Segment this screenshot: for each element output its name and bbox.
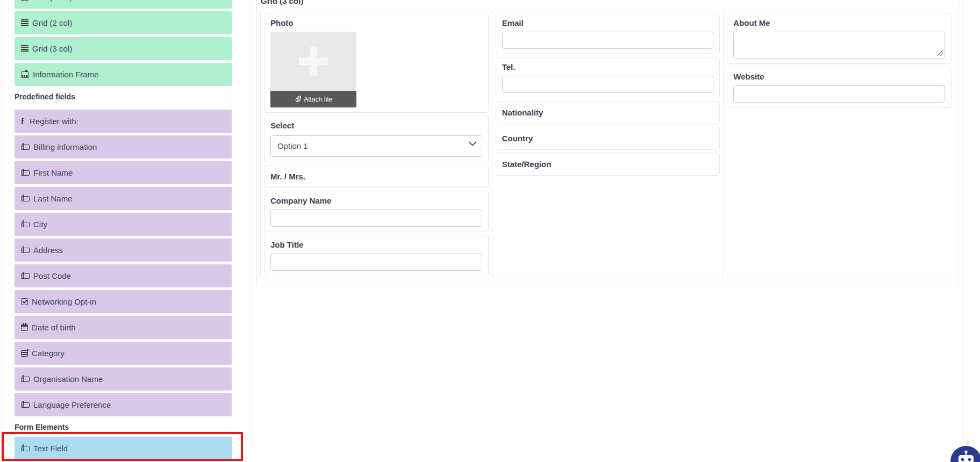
field-label: State/Region — [502, 160, 714, 169]
sidebar-item-label: Post Code — [33, 271, 71, 280]
field-card-website[interactable]: Website — [727, 67, 952, 108]
predefined-fields-header: Predefined fields — [15, 92, 232, 101]
sidebar-item-information-frame[interactable]: Information Frame — [15, 63, 232, 86]
chevron-down-icon — [469, 139, 476, 146]
sidebar-item-label: Grid (1 col) — [32, 0, 72, 2]
sidebar-item-label: Billing information — [33, 142, 97, 151]
sidebar-item-label: Category — [32, 349, 65, 358]
input-icon — [21, 196, 30, 201]
field-palette-sidebar: Grid (1 col) Grid (2 col) Grid (3 col) I… — [10, 0, 232, 462]
form-canvas-panel: Grid (3 col) Photo Attach file — [251, 0, 964, 444]
field-card-job-title[interactable]: Job Title — [264, 235, 489, 276]
sidebar-item-label: Text Field — [33, 444, 68, 453]
sidebar-item-address[interactable]: Address — [15, 239, 232, 262]
field-label: Tel. — [502, 62, 714, 71]
sidebar-item-networking-opt-in[interactable]: Networking Opt-in — [15, 290, 232, 313]
field-card-about-me[interactable]: About Me — [727, 13, 952, 64]
sidebar-item-text-field[interactable]: Text Field — [15, 437, 232, 460]
sidebar-item-grid-3col[interactable]: Grid (3 col) — [15, 37, 232, 60]
field-card-select[interactable]: Select Option 1 — [264, 116, 489, 162]
input-icon — [21, 145, 30, 150]
field-label: Country — [502, 134, 714, 143]
sidebar-item-label: Networking Opt-in — [32, 297, 96, 306]
field-label: Nationality — [502, 108, 714, 117]
website-input[interactable] — [733, 85, 945, 103]
field-label: Company Name — [270, 196, 482, 205]
sidebar-item-label: Information Frame — [33, 70, 99, 79]
field-card-nationality[interactable]: Nationality — [496, 101, 720, 124]
field-label: Email — [502, 18, 714, 27]
form-container: Grid (3 col) Photo Attach file — [256, 0, 959, 286]
grid-section-title: Grid (3 col) — [261, 0, 303, 5]
sidebar-item-grid-1col[interactable]: Grid (1 col) — [15, 0, 232, 9]
field-palette-list: Grid (1 col) Grid (2 col) Grid (3 col) I… — [15, 0, 232, 462]
field-label: Website — [733, 72, 945, 81]
field-label: About Me — [733, 18, 945, 27]
grid-icon — [21, 0, 28, 1]
calendar-icon — [21, 324, 28, 331]
sidebar-item-label: Grid (3 col) — [32, 44, 72, 53]
sidebar-item-billing-information[interactable]: Billing information — [15, 135, 232, 158]
resize-handle[interactable] — [938, 50, 943, 56]
sidebar-item-label: Last Name — [33, 194, 73, 203]
field-label: Mr. / Mrs. — [270, 172, 482, 181]
sidebar-item-date-of-birth[interactable]: Date of birth — [15, 316, 232, 339]
field-card-company-name[interactable]: Company Name — [264, 191, 489, 232]
sidebar-item-first-name[interactable]: First Name — [15, 161, 232, 184]
page-left-border — [2, 0, 2, 462]
grid-column-1: Photo Attach file Sel — [261, 10, 492, 278]
select-value: Option 1 — [277, 141, 308, 150]
input-icon — [21, 273, 30, 279]
sidebar-item-language-preference[interactable]: Language Preference — [15, 393, 232, 416]
sidebar-item-label: First Name — [33, 168, 73, 177]
sidebar-item-label: Date of birth — [32, 323, 76, 332]
field-card-email[interactable]: Email — [496, 13, 720, 54]
field-card-photo[interactable]: Photo Attach file — [264, 13, 489, 113]
input-icon — [21, 377, 30, 382]
grid-3col-container: Photo Attach file Sel — [260, 10, 955, 278]
robot-icon — [950, 446, 980, 462]
field-card-mr-mrs[interactable]: Mr. / Mrs. — [264, 165, 489, 188]
email-input[interactable] — [502, 32, 714, 49]
sidebar-item-category[interactable]: Category — [15, 342, 232, 365]
grid-icon — [21, 45, 28, 52]
input-icon — [21, 170, 30, 176]
select-dropdown[interactable]: Option 1 — [270, 135, 482, 157]
info-frame-icon — [21, 71, 29, 78]
sidebar-item-label: City — [33, 220, 47, 229]
sidebar-item-last-name[interactable]: Last Name — [15, 187, 232, 210]
field-label: Photo — [270, 18, 482, 27]
sidebar-item-label: Grid (2 col) — [32, 18, 72, 27]
about-me-textarea[interactable] — [733, 32, 945, 59]
photo-dropzone[interactable] — [270, 32, 356, 91]
sidebar-item-grid-2col[interactable]: Grid (2 col) — [15, 11, 232, 34]
textarea-wrap — [733, 32, 945, 59]
grid-column-3: About Me Website — [723, 10, 955, 278]
field-card-country[interactable]: Country — [496, 127, 720, 150]
field-label: Select — [270, 121, 482, 130]
sidebar-item-organisation-name[interactable]: Organisation Name — [15, 367, 232, 391]
photo-upload: Attach file — [270, 32, 356, 107]
chat-launcher-button[interactable] — [950, 446, 980, 462]
grid-column-2: Email Tel. Nationality Country State/Reg… — [492, 10, 724, 278]
sidebar-item-label: Address — [33, 246, 63, 255]
plus-icon — [299, 47, 328, 76]
category-icon — [21, 350, 28, 357]
facebook-icon — [21, 117, 26, 126]
company-name-input[interactable] — [270, 210, 482, 227]
input-icon — [21, 222, 30, 227]
input-icon — [21, 248, 30, 253]
sidebar-item-register-with[interactable]: Register with: — [15, 110, 232, 133]
attach-file-label: Attach file — [304, 96, 332, 103]
field-card-tel[interactable]: Tel. — [496, 57, 720, 98]
sidebar-item-post-code[interactable]: Post Code — [15, 264, 232, 287]
paperclip-icon — [295, 96, 301, 103]
job-title-input[interactable] — [270, 254, 482, 271]
sidebar-item-label: Organisation Name — [33, 374, 103, 384]
field-card-state-region[interactable]: State/Region — [496, 153, 720, 176]
tel-input[interactable] — [502, 76, 714, 93]
form-elements-header: Form Elements — [15, 423, 232, 431]
attach-file-button[interactable]: Attach file — [270, 91, 356, 107]
sidebar-item-city[interactable]: City — [15, 213, 232, 236]
input-icon — [21, 446, 30, 451]
